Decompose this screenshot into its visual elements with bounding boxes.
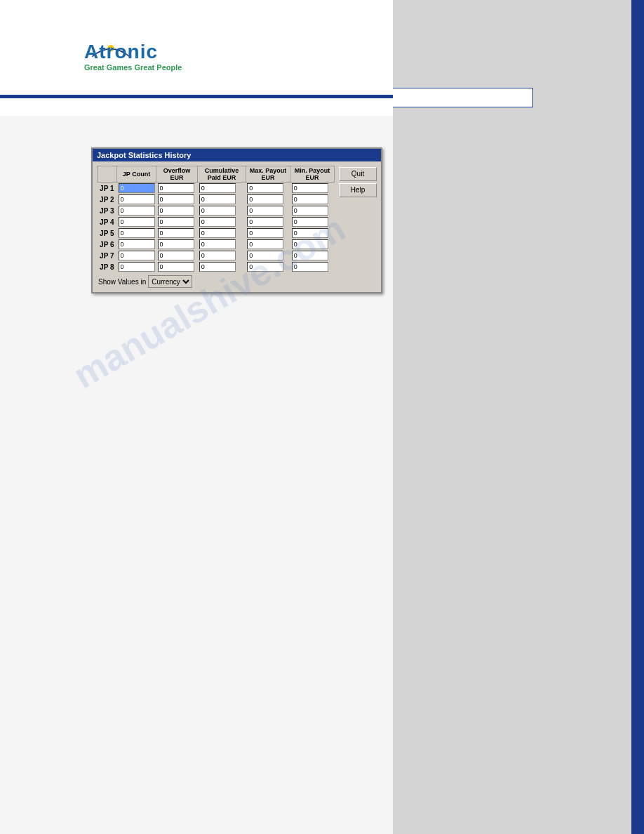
table-row: JP 4 bbox=[98, 216, 335, 227]
input-jp_count-row2[interactable] bbox=[119, 206, 155, 216]
cell-jp_count-row5[interactable] bbox=[117, 239, 156, 250]
logo-tagline: Great Games Great People bbox=[84, 63, 182, 72]
input-min_payout-row0[interactable] bbox=[292, 183, 328, 193]
row-label-jp2: JP 2 bbox=[98, 194, 117, 205]
cell-max_payout-row1[interactable] bbox=[246, 194, 290, 205]
cell-min_payout-row0[interactable] bbox=[290, 183, 335, 194]
cell-overflow-row6[interactable] bbox=[156, 250, 198, 261]
jackpot-table: JP Count Overflow EUR Cumulative Paid EU… bbox=[97, 166, 335, 272]
cell-cumulative-row7[interactable] bbox=[198, 261, 246, 272]
input-cumulative-row3[interactable] bbox=[199, 217, 236, 227]
quit-button[interactable]: Quit bbox=[339, 167, 377, 181]
cell-max_payout-row7[interactable] bbox=[246, 261, 290, 272]
cell-overflow-row7[interactable] bbox=[156, 261, 198, 272]
col-header-max-payout: Max. Payout EUR bbox=[246, 166, 290, 183]
cell-overflow-row2[interactable] bbox=[156, 205, 198, 216]
input-overflow-row7[interactable] bbox=[158, 262, 194, 272]
cell-jp_count-row6[interactable] bbox=[117, 250, 156, 261]
cell-cumulative-row5[interactable] bbox=[198, 239, 246, 250]
logo-brand: Atronic bbox=[84, 42, 158, 62]
cell-cumulative-row2[interactable] bbox=[198, 205, 246, 216]
input-jp_count-row7[interactable] bbox=[119, 262, 155, 272]
cell-jp_count-row4[interactable] bbox=[117, 227, 156, 239]
cell-jp_count-row1[interactable] bbox=[117, 194, 156, 205]
cell-jp_count-row3[interactable] bbox=[117, 216, 156, 227]
cell-min_payout-row5[interactable] bbox=[290, 239, 335, 250]
cell-min_payout-row4[interactable] bbox=[290, 227, 335, 239]
cell-overflow-row4[interactable] bbox=[156, 227, 198, 239]
input-overflow-row5[interactable] bbox=[158, 239, 194, 249]
cell-cumulative-row3[interactable] bbox=[198, 216, 246, 227]
cell-overflow-row3[interactable] bbox=[156, 216, 198, 227]
input-cumulative-row7[interactable] bbox=[199, 262, 236, 272]
input-jp_count-row1[interactable] bbox=[119, 194, 155, 204]
col-header-min-payout: Min. Payout EUR bbox=[290, 166, 335, 183]
col-header-cumulative: Cumulative Paid EUR bbox=[198, 166, 246, 183]
input-overflow-row1[interactable] bbox=[158, 194, 194, 204]
cell-max_payout-row6[interactable] bbox=[246, 250, 290, 261]
input-cumulative-row2[interactable] bbox=[199, 206, 236, 216]
dialog-content-row: JP Count Overflow EUR Cumulative Paid EU… bbox=[97, 166, 377, 272]
input-jp_count-row3[interactable] bbox=[119, 217, 155, 227]
currency-select[interactable]: Currency Credits bbox=[148, 275, 192, 288]
input-jp_count-row4[interactable] bbox=[119, 228, 155, 238]
input-min_payout-row3[interactable] bbox=[292, 217, 328, 227]
cell-cumulative-row4[interactable] bbox=[198, 227, 246, 239]
input-min_payout-row1[interactable] bbox=[292, 194, 328, 204]
cell-jp_count-row7[interactable] bbox=[117, 261, 156, 272]
input-cumulative-row5[interactable] bbox=[199, 239, 236, 249]
table-row: JP 3 bbox=[98, 205, 335, 216]
input-max_payout-row1[interactable] bbox=[247, 194, 283, 204]
cell-cumulative-row1[interactable] bbox=[198, 194, 246, 205]
right-panel bbox=[393, 0, 631, 834]
input-jp_count-row6[interactable] bbox=[119, 251, 155, 260]
row-label-jp4: JP 4 bbox=[98, 216, 117, 227]
input-cumulative-row0[interactable] bbox=[199, 183, 236, 193]
input-overflow-row6[interactable] bbox=[158, 251, 194, 260]
input-cumulative-row1[interactable] bbox=[199, 194, 236, 204]
input-cumulative-row4[interactable] bbox=[199, 228, 236, 238]
cell-min_payout-row2[interactable] bbox=[290, 205, 335, 216]
input-jp_count-row5[interactable] bbox=[119, 239, 155, 249]
input-min_payout-row7[interactable] bbox=[292, 262, 328, 272]
input-max_payout-row7[interactable] bbox=[247, 262, 283, 272]
cell-overflow-row5[interactable] bbox=[156, 239, 198, 250]
cell-max_payout-row3[interactable] bbox=[246, 216, 290, 227]
cell-min_payout-row7[interactable] bbox=[290, 261, 335, 272]
input-max_payout-row6[interactable] bbox=[247, 251, 283, 260]
row-label-jp6: JP 6 bbox=[98, 239, 117, 250]
cell-min_payout-row1[interactable] bbox=[290, 194, 335, 205]
help-button[interactable]: Help bbox=[339, 183, 377, 197]
input-overflow-row2[interactable] bbox=[158, 206, 194, 216]
table-row: JP 6 bbox=[98, 239, 335, 250]
cell-cumulative-row0[interactable] bbox=[198, 183, 246, 194]
cell-jp_count-row2[interactable] bbox=[117, 205, 156, 216]
cell-max_payout-row5[interactable] bbox=[246, 239, 290, 250]
input-cumulative-row6[interactable] bbox=[199, 251, 236, 260]
input-max_payout-row4[interactable] bbox=[247, 228, 283, 238]
input-max_payout-row5[interactable] bbox=[247, 239, 283, 249]
cell-min_payout-row3[interactable] bbox=[290, 216, 335, 227]
cell-overflow-row1[interactable] bbox=[156, 194, 198, 205]
cell-max_payout-row2[interactable] bbox=[246, 205, 290, 216]
input-overflow-row4[interactable] bbox=[158, 228, 194, 238]
input-overflow-row3[interactable] bbox=[158, 217, 194, 227]
input-min_payout-row2[interactable] bbox=[292, 206, 328, 216]
header-blue-line bbox=[0, 95, 393, 98]
cell-overflow-row0[interactable] bbox=[156, 183, 198, 194]
cell-cumulative-row6[interactable] bbox=[198, 250, 246, 261]
input-min_payout-row6[interactable] bbox=[292, 251, 328, 260]
input-min_payout-row4[interactable] bbox=[292, 228, 328, 238]
col-header-jp-count: JP Count bbox=[117, 166, 156, 183]
input-max_payout-row2[interactable] bbox=[247, 206, 283, 216]
input-max_payout-row3[interactable] bbox=[247, 217, 283, 227]
cell-max_payout-row0[interactable] bbox=[246, 183, 290, 194]
input-jp_count-row0[interactable] bbox=[119, 183, 155, 193]
input-overflow-row0[interactable] bbox=[158, 183, 194, 193]
input-max_payout-row0[interactable] bbox=[247, 183, 283, 193]
cell-jp_count-row0[interactable] bbox=[117, 183, 156, 194]
cell-min_payout-row6[interactable] bbox=[290, 250, 335, 261]
input-min_payout-row5[interactable] bbox=[292, 239, 328, 249]
header-white-box bbox=[386, 88, 533, 107]
cell-max_payout-row4[interactable] bbox=[246, 227, 290, 239]
